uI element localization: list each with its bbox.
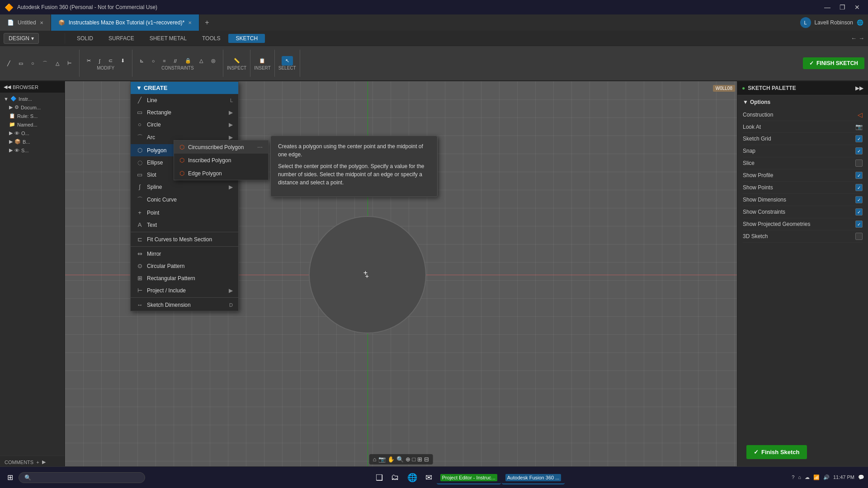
taskbar-mail[interactable]: ✉ bbox=[422, 470, 436, 484]
inspect-btn[interactable]: 📏 bbox=[230, 56, 244, 66]
browser-collapse-icon[interactable]: ◀◀ bbox=[4, 84, 11, 90]
menu-fit-curves[interactable]: ⊏ Fit Curves to Mesh Section bbox=[131, 233, 238, 245]
nav-tab-tools[interactable]: TOOLS bbox=[195, 34, 227, 43]
snap-checkbox[interactable]: ✓ bbox=[855, 147, 863, 155]
canvas-background: + W0LL08 ▼ CREATE ╱ Line L ▭ Rectangle bbox=[65, 81, 737, 468]
circle-tool-btn[interactable]: ○ bbox=[28, 59, 38, 68]
menu-conic[interactable]: ⌒ Conic Curve bbox=[131, 193, 238, 206]
submenu-inscribed[interactable]: ⬡ Inscribed Polygon bbox=[174, 154, 268, 167]
tab-close-untitled[interactable]: ✕ bbox=[40, 20, 43, 25]
sketch-grid-checkbox[interactable]: ✓ bbox=[855, 135, 863, 142]
browser-item-s[interactable]: ▶ 👁 S... bbox=[0, 146, 65, 155]
pan-btn[interactable]: ✋ bbox=[387, 456, 395, 463]
menu-rectangular-pattern[interactable]: ⊞ Rectangular Pattern bbox=[131, 272, 238, 284]
menu-sketch-dimension[interactable]: ↔ Sketch Dimension D bbox=[131, 299, 238, 311]
line-tool-btn[interactable]: ╱ bbox=[4, 59, 14, 68]
home-view-btn[interactable]: ⌂ bbox=[373, 456, 377, 463]
menu-point[interactable]: + Point bbox=[131, 206, 238, 219]
browser-item-document[interactable]: ▶ ⚙ Docum... bbox=[0, 103, 65, 112]
taskbar-apps: ❑ 🗂 🌐 ✉ Project Editor - Instruc... Auto… bbox=[147, 470, 790, 484]
menu-circular-pattern[interactable]: ⊙ Circular Pattern bbox=[131, 260, 238, 272]
scissors-btn[interactable]: ✂ bbox=[83, 56, 94, 66]
browser-item-named[interactable]: 📁 Named... bbox=[0, 120, 65, 129]
constraint-3[interactable]: = bbox=[159, 56, 169, 66]
show-dimensions-checkbox[interactable]: ✓ bbox=[855, 196, 863, 203]
3d-sketch-checkbox[interactable] bbox=[855, 233, 863, 240]
taskbar-chrome[interactable]: 🌐 bbox=[404, 470, 421, 484]
create-menu-header[interactable]: ▼ CREATE bbox=[131, 82, 238, 94]
zoom-btn[interactable]: 🔍 bbox=[396, 456, 404, 463]
slice-checkbox[interactable] bbox=[855, 160, 863, 167]
construction-icon[interactable]: ◁ bbox=[858, 111, 863, 118]
camera-btn[interactable]: 📷 bbox=[378, 456, 386, 463]
view-toggle-btn[interactable]: ⊟ bbox=[424, 456, 429, 463]
constraint-6[interactable]: △ bbox=[196, 56, 207, 66]
comments-collapse[interactable]: ▶ bbox=[42, 459, 46, 465]
fit-btn[interactable]: ⊕ bbox=[406, 456, 410, 463]
nav-tab-solid[interactable]: SOLID bbox=[70, 34, 100, 43]
tab-label: Untitled bbox=[18, 19, 36, 26]
taskbar-file-explorer[interactable]: 🗂 bbox=[387, 470, 403, 484]
tab-untitled[interactable]: 📄 Untitled ✕ bbox=[0, 14, 51, 31]
extend-tool-btn[interactable]: ⊢ bbox=[64, 59, 75, 68]
select-btn[interactable]: ↖ bbox=[282, 56, 293, 66]
design-dropdown[interactable]: DESIGN ▾ bbox=[4, 33, 39, 44]
constraint-1[interactable]: ⊾ bbox=[136, 56, 147, 66]
insert-btn[interactable]: 📋 bbox=[255, 56, 269, 66]
constraint-5[interactable]: 🔒 bbox=[181, 56, 195, 66]
triangle-tool-btn[interactable]: △ bbox=[52, 59, 63, 68]
show-points-checkbox[interactable]: ✓ bbox=[855, 184, 863, 191]
nav-tab-sketch[interactable]: SKETCH bbox=[228, 34, 265, 43]
nav-tab-surface[interactable]: SURFACE bbox=[101, 34, 142, 43]
options-chevron[interactable]: ▼ bbox=[743, 99, 748, 105]
menu-rectangle[interactable]: ▭ Rectangle ▶ bbox=[131, 106, 238, 118]
menu-text[interactable]: A Text bbox=[131, 219, 238, 231]
show-projected-checkbox[interactable]: ✓ bbox=[855, 221, 863, 228]
tab-add-button[interactable]: + bbox=[199, 19, 214, 27]
nav-tab-sheetmetal[interactable]: SHEET METAL bbox=[142, 34, 194, 43]
spline-btn[interactable]: ∫ bbox=[95, 56, 104, 66]
taskbar-fusion360[interactable]: Autodesk Fusion 360 ... bbox=[502, 470, 565, 484]
menu-spline[interactable]: ∫ Spline ▶ bbox=[131, 181, 238, 193]
nav-back-button[interactable]: ← bbox=[851, 35, 857, 42]
browser-item-o[interactable]: ▶ 👁 O... bbox=[0, 129, 65, 137]
menu-mirror[interactable]: ⇔ Mirror bbox=[131, 248, 238, 260]
offset-btn[interactable]: ⊂ bbox=[105, 56, 116, 66]
look-at-icon[interactable]: 📷 bbox=[855, 123, 863, 130]
browser-item-root[interactable]: ▼ 🔷 Instr... bbox=[0, 94, 65, 103]
menu-circle[interactable]: ○ Circle ▶ bbox=[131, 118, 238, 131]
browser-item-b[interactable]: ▶ 📦 B... bbox=[0, 137, 65, 146]
taskbar-project-editor[interactable]: Project Editor - Instruc... bbox=[437, 470, 501, 484]
tab-close-instructables[interactable]: ✕ bbox=[188, 20, 192, 25]
start-button[interactable]: ⊞ bbox=[4, 471, 17, 483]
project-btn[interactable]: ⬇ bbox=[117, 56, 128, 66]
palette-expand-icon[interactable]: ▶▶ bbox=[855, 85, 863, 91]
submenu-edge[interactable]: ⬡ Edge Polygon bbox=[174, 167, 268, 180]
constraint-7[interactable]: ◎ bbox=[208, 56, 219, 66]
show-constraints-checkbox[interactable]: ✓ bbox=[855, 208, 863, 216]
maximize-button[interactable]: ❐ bbox=[836, 3, 849, 12]
display-btn[interactable]: □ bbox=[412, 456, 416, 463]
canvas-area[interactable]: + W0LL08 ▼ CREATE ╱ Line L ▭ Rectangle bbox=[65, 81, 737, 468]
menu-line[interactable]: ╱ Line L bbox=[131, 94, 238, 106]
close-button[interactable]: ✕ bbox=[851, 3, 863, 12]
browser-panel: ◀◀ BROWSER ▼ 🔷 Instr... ▶ ⚙ Docum... 📋 R… bbox=[0, 81, 65, 468]
rectangle-tool-btn[interactable]: ▭ bbox=[15, 59, 27, 68]
tab-instructables[interactable]: 📦 Instructables Maze Box Tutorial (v1~re… bbox=[51, 14, 199, 31]
finish-sketch-ribbon-btn[interactable]: ✓ FINISH SKETCH bbox=[803, 57, 864, 69]
constraint-4[interactable]: // bbox=[170, 56, 180, 66]
constraint-2[interactable]: ○ bbox=[148, 56, 159, 66]
submenu-circumscribed[interactable]: ⬡ Circumscribed Polygon ⋯ bbox=[174, 141, 268, 154]
show-profile-checkbox[interactable]: ✓ bbox=[855, 172, 863, 179]
taskbar-task-view[interactable]: ❑ bbox=[372, 470, 387, 484]
arc-tool-btn[interactable]: ⌒ bbox=[39, 58, 51, 69]
minimize-button[interactable]: — bbox=[821, 3, 834, 12]
nav-forward-button[interactable]: → bbox=[859, 35, 864, 42]
browser-item-rule[interactable]: 📋 Rule: S... bbox=[0, 112, 65, 120]
menu-project-include[interactable]: ⊢ Project / Include ▶ bbox=[131, 284, 238, 296]
create-menu-title: CREATE bbox=[144, 84, 167, 91]
finish-sketch-button[interactable]: ✓ Finish Sketch bbox=[746, 445, 807, 459]
comments-add-icon[interactable]: + bbox=[36, 460, 39, 465]
taskbar-search[interactable]: 🔍 bbox=[19, 472, 145, 483]
grid-toggle-btn[interactable]: ⊞ bbox=[417, 456, 422, 463]
